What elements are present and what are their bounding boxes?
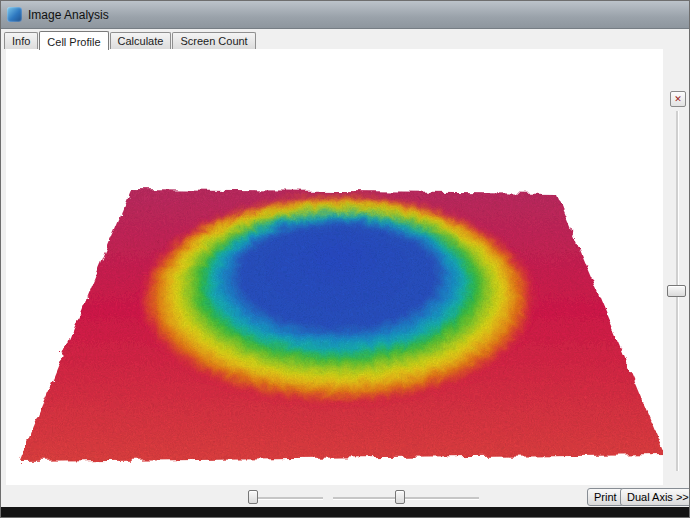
- print-button[interactable]: Print: [587, 488, 624, 506]
- window-title: Image Analysis: [28, 8, 109, 22]
- slider-thumb[interactable]: [395, 490, 405, 504]
- titlebar[interactable]: Image Analysis: [1, 1, 689, 29]
- dual-axis-button[interactable]: Dual Axis >>: [620, 488, 690, 506]
- tab-cell-profile[interactable]: Cell Profile: [39, 31, 108, 50]
- rotation-slider-1[interactable]: [247, 488, 325, 506]
- surface-plot-3d: [6, 49, 663, 485]
- rotation-slider-2[interactable]: [331, 488, 481, 506]
- close-icon: ✕: [674, 94, 682, 104]
- tab-info[interactable]: Info: [4, 32, 38, 49]
- app-icon: [7, 7, 22, 22]
- vertical-zoom-slider[interactable]: [665, 107, 689, 475]
- surface-noise-texture: [6, 129, 663, 485]
- tab-screen-count[interactable]: Screen Count: [172, 32, 255, 49]
- tab-calculate[interactable]: Calculate: [110, 32, 172, 49]
- vertical-slider-thumb[interactable]: [667, 285, 686, 297]
- bottom-dark-strip: [1, 507, 689, 517]
- surface-canvas[interactable]: [6, 49, 663, 485]
- slider-thumb[interactable]: [248, 490, 258, 504]
- close-view-button[interactable]: ✕: [670, 91, 686, 107]
- tab-bar: Info Cell Profile Calculate Screen Count: [4, 30, 689, 49]
- slider-track: [333, 497, 479, 499]
- image-analysis-window: Image Analysis Info Cell Profile Calcula…: [0, 0, 690, 518]
- slider-track: [249, 497, 323, 499]
